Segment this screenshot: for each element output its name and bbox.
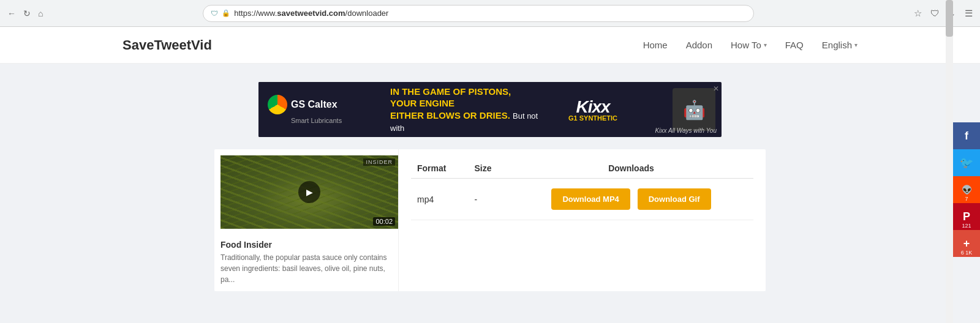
col-downloads: Downloads — [509, 158, 753, 179]
address-bar[interactable]: 🛡 🔒 https://www.savetweetvid.com/downloa… — [203, 5, 754, 22]
menu-icon[interactable]: ☰ — [965, 8, 973, 19]
site-logo[interactable]: SaveTweetVid — [123, 37, 643, 53]
plus-icon: + — [963, 237, 970, 250]
social-sidebar: f 🐦 👽 7 P 121 + 6 1K — [953, 122, 980, 257]
kixx-product-sub: G1 SYNTHETIC — [568, 114, 617, 122]
download-table: Format Size Downloads mp4 - Download MP4… — [411, 158, 753, 220]
site-header: SaveTweetVid Home Addon How To ▾ FAQ Eng… — [0, 27, 980, 64]
video-panel: ▶ 00:02 INSIDER Food Insider Traditional… — [214, 149, 398, 291]
facebook-share-button[interactable]: f — [953, 122, 980, 149]
gs-brand-text: GS Caltex — [291, 99, 337, 110]
browser-right-icons: ☆ 🛡 ⬇ ☰ — [914, 8, 973, 19]
ad-robot-image: 🤖 — [673, 88, 715, 131]
shield-icon: 🛡 — [211, 9, 218, 18]
reddit-count: 7 — [965, 196, 968, 202]
cell-downloads: Download MP4 Download Gif — [509, 179, 753, 220]
facebook-icon: f — [965, 130, 968, 143]
download-mp4-button[interactable]: Download MP4 — [551, 188, 630, 210]
bookmark-icon[interactable]: ☆ — [914, 8, 922, 19]
download-panel: Format Size Downloads mp4 - Download MP4… — [398, 149, 766, 291]
cell-size: - — [468, 179, 509, 220]
browser-chrome: ← ↻ ⌂ 🛡 🔒 https://www.savetweetvid.com/d… — [0, 0, 980, 27]
main-content: GS Caltex Smart Lubricants IN THE GAME O… — [0, 64, 980, 323]
reddit-icon: 👽 — [962, 185, 972, 195]
col-format: Format — [411, 158, 468, 179]
ad-banner: GS Caltex Smart Lubricants IN THE GAME O… — [258, 82, 722, 137]
gs-sub-brand: Smart Lubricants — [291, 117, 372, 124]
kixx-logo: Kixx G1 SYNTHETIC — [568, 97, 617, 122]
page-scrollbar[interactable] — [946, 0, 953, 323]
scrollbar-thumb[interactable] — [946, 0, 953, 37]
gs-logo: GS Caltex — [268, 95, 372, 114]
video-thumbnail[interactable]: ▶ 00:02 INSIDER — [221, 155, 398, 229]
nav-addon[interactable]: Addon — [686, 40, 712, 50]
plus-count: 6 1K — [961, 250, 973, 256]
insider-badge: INSIDER — [363, 158, 395, 166]
chevron-down-icon: ▾ — [764, 42, 767, 48]
video-description: Traditionally, the popular pasta sauce o… — [214, 252, 398, 291]
col-size: Size — [468, 158, 509, 179]
reddit-share-button[interactable]: 👽 7 — [953, 176, 980, 203]
play-button[interactable]: ▶ — [298, 181, 320, 203]
ad-corner-brand: Kixx All Ways with You — [655, 127, 717, 134]
ad-close-button[interactable]: ✕ — [713, 84, 719, 93]
chevron-down-icon-lang: ▾ — [854, 42, 858, 48]
nav-home[interactable]: Home — [643, 40, 668, 50]
nav-faq[interactable]: FAQ — [785, 40, 804, 50]
video-title: Food Insider — [214, 235, 398, 252]
twitter-icon: 🐦 — [960, 156, 973, 169]
googleplus-share-button[interactable]: + 6 1K — [953, 230, 980, 257]
home-icon[interactable]: ⌂ — [38, 9, 43, 18]
lock-icon: 🔒 — [222, 9, 230, 17]
ad-left-section: GS Caltex Smart Lubricants — [258, 82, 381, 137]
url-text: https://www.savetweetvid.com/downloader — [234, 9, 388, 18]
gs-circle-icon — [268, 95, 287, 114]
nav-howto-dropdown[interactable]: How To ▾ — [731, 40, 767, 50]
reload-icon[interactable]: ↻ — [23, 9, 31, 18]
site-nav: Home Addon How To ▾ FAQ English ▾ — [643, 40, 858, 50]
table-row: mp4 - Download MP4 Download Gif — [411, 179, 753, 220]
ad-middle-section: IN THE GAME OF PISTONS,YOUR ENGINEEITHER… — [381, 82, 562, 137]
pocket-icon[interactable]: 🛡 — [930, 8, 940, 18]
download-gif-button[interactable]: Download Gif — [638, 188, 711, 210]
back-icon[interactable]: ← — [7, 9, 16, 18]
browser-nav-icons: ← ↻ ⌂ — [7, 9, 43, 18]
video-duration: 00:02 — [373, 217, 395, 226]
pinterest-icon: P — [963, 210, 970, 223]
ad-headline: IN THE GAME OF PISTONS,YOUR ENGINEEITHER… — [390, 86, 553, 134]
pinterest-share-button[interactable]: P 121 — [953, 203, 980, 230]
cell-format: mp4 — [411, 179, 468, 220]
twitter-share-button[interactable]: 🐦 — [953, 149, 980, 176]
content-row: ▶ 00:02 INSIDER Food Insider Traditional… — [214, 149, 766, 291]
pinterest-count: 121 — [962, 223, 971, 229]
nav-language-dropdown[interactable]: English ▾ — [822, 40, 858, 50]
